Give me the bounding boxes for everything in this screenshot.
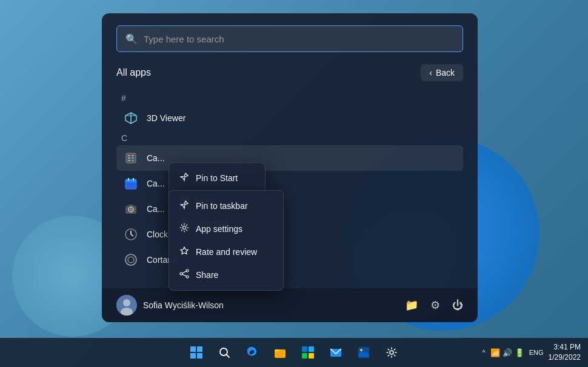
bottom-icons: 📁 ⚙ ⏻	[405, 299, 463, 312]
star-icon	[179, 246, 190, 258]
svg-line-20	[131, 234, 133, 236]
svg-rect-4	[128, 155, 130, 156]
pin-to-taskbar-label: Pin to taskbar	[196, 201, 248, 211]
svg-point-51	[360, 349, 362, 351]
svg-rect-11	[125, 179, 136, 182]
svg-point-41	[220, 348, 227, 355]
svg-rect-8	[128, 160, 130, 161]
user-info[interactable]: Sofia Wyciślik-Wilson	[116, 295, 224, 316]
svg-line-42	[227, 355, 229, 357]
search-icon: 🔍	[125, 33, 138, 45]
taskbar: ^ 📶 🔊 🔋 ENG 3:41 PM 1/29/2022	[0, 338, 588, 367]
svg-rect-9	[132, 160, 134, 161]
app-icon-clock	[122, 226, 139, 243]
explorer-button[interactable]	[268, 340, 292, 365]
power-icon[interactable]: ⏻	[452, 299, 463, 312]
app-name: Clock	[147, 230, 168, 239]
svg-rect-3	[126, 153, 136, 163]
pin-icon	[179, 172, 190, 184]
windows-start-button[interactable]	[184, 340, 209, 365]
app-name: Ca...	[147, 204, 165, 214]
svg-rect-46	[309, 346, 314, 352]
edge-button[interactable]	[240, 340, 264, 365]
system-tray: ^ 📶 🔊 🔋	[480, 348, 524, 357]
svg-rect-39	[190, 353, 196, 359]
svg-rect-7	[132, 157, 134, 159]
svg-point-16	[130, 208, 132, 211]
taskbar-center	[184, 340, 404, 365]
svg-rect-45	[302, 346, 307, 352]
photos-button[interactable]	[352, 340, 376, 365]
rate-review-label: Rate and review	[196, 247, 257, 257]
share-icon	[179, 269, 190, 281]
avatar	[116, 295, 137, 316]
share-label: Share	[196, 270, 218, 280]
svg-rect-37	[190, 346, 196, 352]
chevron-left-icon: ‹	[429, 68, 432, 78]
system-tray-expand[interactable]: ^	[480, 349, 488, 356]
list-item[interactable]: 3D Viewer	[116, 105, 463, 131]
svg-rect-48	[309, 353, 314, 359]
network-icon: 📶	[490, 348, 500, 357]
app-icon-3dviewer	[122, 110, 139, 127]
app-icon-calc	[122, 150, 139, 167]
all-apps-header: All apps ‹ Back	[116, 64, 463, 81]
svg-rect-6	[128, 157, 130, 159]
language-indicator[interactable]: ENG	[529, 349, 544, 356]
volume-icon: 🔊	[503, 348, 512, 357]
settings-taskbar-button[interactable]	[379, 340, 404, 365]
pin-to-start-menu-item[interactable]: Pin to Start	[169, 167, 265, 190]
svg-line-36	[182, 274, 186, 276]
all-apps-title: All apps	[116, 67, 151, 78]
section-hash: #	[116, 91, 463, 105]
pin-taskbar-icon	[179, 200, 190, 212]
app-name: Ca...	[147, 153, 165, 163]
share-item[interactable]: Share	[169, 263, 283, 286]
start-menu-bottom: Sofia Wyciślik-Wilson 📁 ⚙ ⏻	[102, 288, 478, 322]
app-settings-item[interactable]: App settings	[169, 217, 283, 240]
app-icon-calendar	[122, 175, 139, 192]
svg-point-21	[125, 254, 136, 265]
pin-to-start-label: Pin to Start	[196, 173, 238, 183]
app-settings-label: App settings	[196, 224, 242, 234]
svg-point-32	[186, 269, 189, 272]
date-display: 1/29/2022	[549, 352, 581, 363]
start-menu: 🔍 Type here to search All apps ‹ Back # …	[102, 13, 478, 322]
svg-rect-47	[302, 353, 307, 359]
user-name: Sofia Wyciślik-Wilson	[143, 300, 224, 310]
search-taskbar-button[interactable]	[212, 340, 236, 365]
folder-icon[interactable]: 📁	[405, 299, 418, 312]
svg-rect-44	[275, 349, 279, 351]
section-c: C	[116, 131, 463, 145]
svg-rect-17	[129, 205, 133, 207]
svg-rect-40	[197, 353, 202, 359]
sub-context-menu: Pin to taskbar App settings Rate and rev…	[169, 190, 284, 291]
svg-point-22	[128, 257, 134, 263]
rate-review-item[interactable]: Rate and review	[169, 240, 283, 263]
store-button[interactable]	[296, 340, 320, 365]
search-placeholder: Type here to search	[144, 34, 224, 44]
time-display: 3:41 PM	[553, 342, 581, 352]
app-name: Ca...	[147, 179, 165, 188]
svg-point-53	[390, 351, 393, 354]
svg-line-35	[182, 271, 186, 273]
svg-rect-5	[132, 155, 134, 156]
svg-point-33	[186, 276, 189, 278]
app-icon-camera	[122, 200, 139, 217]
app-name: 3D Viewer	[147, 113, 185, 123]
clock-display[interactable]: 3:41 PM 1/29/2022	[549, 342, 581, 363]
mail-button[interactable]	[324, 340, 348, 365]
svg-point-24	[123, 299, 130, 306]
svg-point-34	[180, 273, 182, 275]
svg-marker-31	[181, 247, 188, 254]
back-button[interactable]: ‹ Back	[421, 64, 463, 81]
gear-icon	[179, 223, 190, 235]
app-icon-cortana	[122, 251, 139, 268]
settings-icon[interactable]: ⚙	[430, 299, 440, 312]
pin-to-taskbar-item[interactable]: Pin to taskbar	[169, 194, 283, 217]
svg-rect-38	[197, 346, 202, 352]
svg-point-30	[183, 226, 186, 230]
taskbar-right: ^ 📶 🔊 🔋 ENG 3:41 PM 1/29/2022	[480, 342, 581, 363]
search-bar[interactable]: 🔍 Type here to search	[116, 25, 463, 52]
battery-icon: 🔋	[515, 348, 524, 357]
